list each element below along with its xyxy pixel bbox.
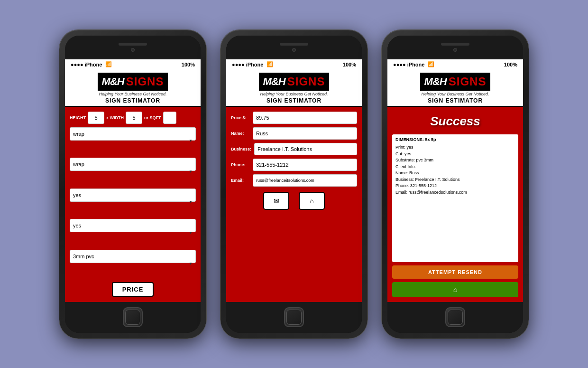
dropdown-4-wrapper: yes no <box>70 219 196 246</box>
phone-2: ●●●● iPhone 📶 100% M&H SIGNS Helping You… <box>220 30 368 339</box>
logo-mh-2: M&H <box>263 75 285 88</box>
dropdown-5[interactable]: 3mm pvc 5mm pvc aluminum <box>70 250 196 263</box>
screen-3: M&H SIGNS Helping Your Business Get Noti… <box>387 70 523 302</box>
red-area-1: HEIGHT x WIDTH or SQFT wrap print cut <box>65 107 201 302</box>
price-button[interactable]: PRICE <box>112 282 154 297</box>
estimator-title-3: SIGN ESTIMATOR <box>391 97 519 104</box>
top-bezel-1 <box>65 36 201 59</box>
summary-line-7: Phone: 321-555-1212 <box>395 183 515 189</box>
sqft-label: or SQFT <box>144 115 161 120</box>
phone-label: Phone: <box>231 162 250 167</box>
status-signal-1: ●●●● iPhone 📶 <box>71 61 112 67</box>
logo-mh-1: M&H <box>102 75 124 88</box>
screen-1: M&H SIGNS Helping Your Business Get Noti… <box>65 70 201 302</box>
email-icon-button[interactable]: ✉ <box>263 192 289 210</box>
name-input[interactable] <box>253 127 357 140</box>
dropdown-3-wrapper: yes no <box>70 189 196 216</box>
red-area-3: Success DIMENSIONS: 5x 5p Print: yes Cut… <box>387 107 523 302</box>
hw-row: HEIGHT x WIDTH or SQFT <box>70 112 196 124</box>
bottom-bezel-1 <box>65 302 201 333</box>
height-label: HEIGHT <box>70 115 86 120</box>
logo-signs-2: SIGNS <box>287 75 325 88</box>
email-label: Email: <box>231 178 250 183</box>
success-text: Success <box>392 114 518 129</box>
tagline-1: Helping Your Business Get Noticed. <box>69 92 197 96</box>
width-label: x WIDTH <box>106 115 124 120</box>
header-3: M&H SIGNS Helping Your Business Get Noti… <box>387 70 523 107</box>
tagline-2: Helping Your Business Get Noticed. <box>230 92 358 96</box>
estimator-title-1: SIGN ESTIMATOR <box>69 97 197 104</box>
status-signal-3: ●●●● iPhone 📶 <box>393 61 434 67</box>
home-button-1[interactable] <box>123 307 143 327</box>
sqft-box <box>163 112 176 124</box>
phone-row: Phone: <box>231 159 357 171</box>
screen-2: M&H SIGNS Helping Your Business Get Noti… <box>226 70 362 302</box>
summary-line-4: Client Info: <box>395 164 515 170</box>
business-input[interactable] <box>254 143 357 155</box>
status-battery-1: 100% <box>182 62 195 67</box>
camera-1 <box>131 48 135 52</box>
price-row: Price $: <box>231 112 357 124</box>
phone-1-inner: ●●●● iPhone 📶 100% M&H SIGNS Helping You… <box>65 36 201 333</box>
summary-header: DIMENSIONS: 5x 5p <box>395 137 515 143</box>
phone-3: ●●●● iPhone 📶 100% M&H SIGNS Helping You… <box>382 30 529 339</box>
logo-signs-1: SIGNS <box>126 75 164 88</box>
logo-box-2: M&H SIGNS <box>259 73 330 91</box>
dropdown-4[interactable]: yes no <box>70 219 196 232</box>
estimator-title-2: SIGN ESTIMATOR <box>230 97 358 104</box>
home-nav-icon: ⌂ <box>453 286 457 293</box>
email-input[interactable] <box>253 174 357 187</box>
home-button-2[interactable] <box>284 307 304 327</box>
summary-line-1: Print: yes <box>395 144 515 151</box>
logo-box-3: M&H SIGNS <box>420 73 491 91</box>
summary-line-5: Name: Russ <box>395 170 515 177</box>
summary-line-8: Email: russ@freelancedsolutions.com <box>395 189 515 196</box>
width-input[interactable] <box>126 112 142 124</box>
dropdown-1[interactable]: wrap print cut <box>70 127 196 141</box>
name-label: Name: <box>231 131 250 136</box>
camera-2 <box>292 48 296 52</box>
dropdown-3[interactable]: yes no <box>70 189 196 202</box>
dropdown-5-wrapper: 3mm pvc 5mm pvc aluminum <box>70 250 196 277</box>
top-bezel-2 <box>226 36 362 59</box>
logo-signs-3: SIGNS <box>449 75 487 88</box>
icon-btn-row: ✉ ⌂ <box>231 192 357 210</box>
dropdown-2[interactable]: wrap print cut <box>70 158 196 171</box>
summary-line-3: Substrate: pvc 3mm <box>395 157 515 164</box>
status-battery-3: 100% <box>504 62 517 67</box>
status-bar-3: ●●●● iPhone 📶 100% <box>387 59 523 70</box>
speaker-3 <box>441 43 469 46</box>
dropdown-1-wrapper: wrap print cut <box>70 127 196 155</box>
phones-container: ●●●● iPhone 📶 100% M&H SIGNS Helping You… <box>59 30 529 339</box>
status-battery-2: 100% <box>343 62 356 67</box>
phone-1: ●●●● iPhone 📶 100% M&H SIGNS Helping You… <box>59 30 206 339</box>
logo-mh-3: M&H <box>424 75 447 88</box>
home-nav-button[interactable]: ⌂ <box>392 282 518 297</box>
height-input[interactable] <box>88 112 104 124</box>
status-bar-1: ●●●● iPhone 📶 100% <box>65 59 201 70</box>
summary-box: DIMENSIONS: 5x 5p Print: yes Cut: yes Su… <box>392 134 518 262</box>
business-label: Business: <box>231 147 251 151</box>
summary-line-6: Business: Freelance I.T. Solutions <box>395 177 515 183</box>
business-row: Business: <box>231 143 357 155</box>
bottom-bezel-2 <box>226 302 362 333</box>
dropdown-2-wrapper: wrap print cut <box>70 158 196 185</box>
name-row: Name: <box>231 127 357 140</box>
top-bezel-3 <box>387 36 523 59</box>
price-input[interactable] <box>253 112 357 124</box>
red-area-2: Price $: Name: Business: P <box>226 107 362 302</box>
home-button-inner-3 <box>448 310 463 325</box>
phone-input[interactable] <box>253 159 357 171</box>
tagline-3: Helping Your Business Get Noticed. <box>391 92 519 96</box>
summary-line-2: Cut: yes <box>395 151 515 158</box>
speaker-2 <box>280 43 308 46</box>
home-button-inner-1 <box>125 310 140 325</box>
header-1: M&H SIGNS Helping Your Business Get Noti… <box>65 70 201 107</box>
home-icon-button[interactable]: ⌂ <box>299 192 325 210</box>
home-button-3[interactable] <box>445 307 465 327</box>
status-bar-2: ●●●● iPhone 📶 100% <box>226 59 362 70</box>
bottom-bezel-3 <box>387 302 523 333</box>
resend-button[interactable]: ATTEMPT RESEND <box>392 265 518 279</box>
speaker-1 <box>119 43 147 46</box>
phone-2-inner: ●●●● iPhone 📶 100% M&H SIGNS Helping You… <box>226 36 362 333</box>
